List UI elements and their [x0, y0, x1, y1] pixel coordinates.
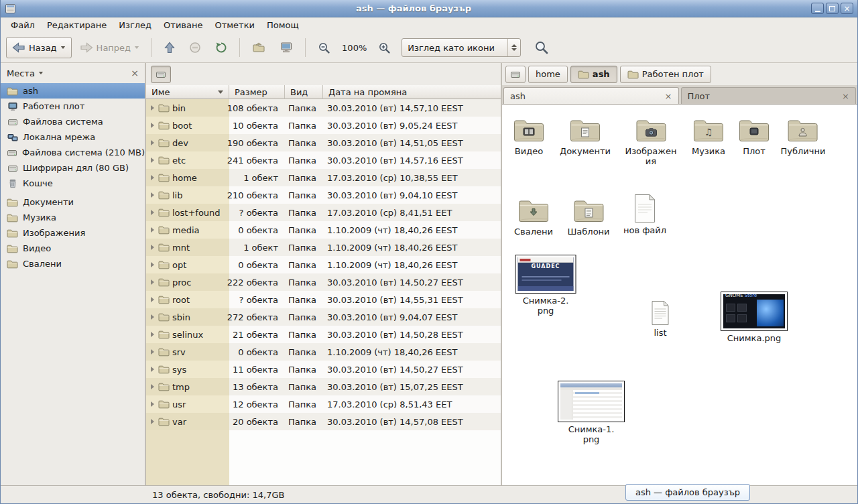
sidebar-item[interactable]: Шифриран дял (80 GB) [1, 160, 145, 176]
expander-icon[interactable] [151, 245, 154, 250]
icon-view-item[interactable]: list [650, 300, 670, 338]
tab-close-icon[interactable]: × [842, 92, 849, 101]
home-button[interactable] [246, 37, 271, 58]
root-location-button[interactable] [151, 66, 171, 83]
icon-view-item[interactable]: ♫Музика [692, 117, 725, 156]
back-button[interactable]: Назад [6, 37, 72, 58]
table-row[interactable]: sbin272 обектаПапка30.03.2010 (вт) 9,04,… [146, 308, 501, 326]
table-row[interactable]: var20 обектаПапка30.03.2010 (вт) 14,57,0… [146, 413, 501, 430]
tab-ash[interactable]: ash × [503, 87, 679, 104]
expander-icon[interactable] [151, 262, 154, 267]
icon-view-item[interactable]: Документи [560, 117, 611, 156]
expander-icon[interactable] [151, 419, 154, 424]
table-row[interactable]: root? обектаПапка30.03.2010 (вт) 14,55,3… [146, 291, 501, 308]
icon-view-item[interactable]: нов файл [623, 194, 666, 235]
table-row[interactable]: selinux21 обектаПапка30.03.2010 (вт) 14,… [146, 326, 501, 343]
icon-view-item[interactable]: Публични [781, 117, 826, 156]
expander-icon[interactable] [151, 367, 154, 372]
table-row[interactable]: lib210 обектаПапка30.03.2010 (вт) 9,04,1… [146, 186, 501, 204]
zoom-in-button[interactable] [372, 37, 397, 58]
zoom-out-button[interactable] [312, 37, 336, 58]
path-root-button[interactable] [505, 66, 526, 83]
table-row[interactable]: media0 обектаПапка1.10.2009 (чт) 18,40,2… [146, 221, 501, 239]
view-mode-select[interactable]: Изглед като икони [402, 38, 521, 57]
menu-edit[interactable]: Редактиране [41, 18, 113, 32]
minimize-button[interactable] [811, 3, 824, 14]
icon-view-item[interactable]: Плот [738, 117, 770, 156]
expander-icon[interactable] [151, 175, 154, 180]
maximize-button[interactable] [826, 3, 839, 14]
table-row[interactable]: srv0 обектаПапка1.10.2009 (чт) 18,40,26 … [146, 343, 501, 361]
column-header-date[interactable]: Дата на промяна [323, 85, 501, 99]
column-header-type[interactable]: Вид [285, 85, 323, 99]
sidebar-item[interactable]: ash [1, 83, 145, 99]
column-header-name[interactable]: Име [146, 85, 229, 99]
icon-view-item[interactable]: Свалени [514, 198, 553, 237]
table-row[interactable]: boot10 обектаПапка30.03.2010 (вт) 9,05,2… [146, 117, 501, 134]
table-row[interactable]: sys11 обектаПапка30.03.2010 (вт) 14,50,2… [146, 361, 501, 378]
table-row[interactable]: dev190 обектаПапка30.03.2010 (вт) 14,51,… [146, 134, 501, 151]
menu-bookmarks[interactable]: Отметки [208, 18, 260, 32]
sidebar-item[interactable]: Работен плот [1, 99, 145, 114]
expander-icon[interactable] [151, 314, 154, 320]
table-row[interactable]: home1 обектПапка17.03.2010 (ср) 10,38,55… [146, 169, 501, 186]
close-button[interactable]: × [841, 3, 853, 14]
icon-view-item[interactable]: Изображен ия [625, 117, 676, 166]
expander-icon[interactable] [151, 279, 154, 285]
table-row[interactable]: bin108 обектаПапка30.03.2010 (вт) 14,57,… [146, 99, 501, 117]
sidebar-item[interactable]: Изображения [1, 225, 145, 241]
sidebar-item[interactable]: Файлова система (210 MB) [1, 145, 145, 160]
titlebar[interactable]: ash — файлов браузър × [1, 0, 857, 17]
sidebar-item[interactable]: Локална мрежа [1, 129, 145, 145]
path-segment-ash[interactable]: ash [570, 66, 617, 83]
up-button[interactable] [158, 37, 181, 58]
table-row[interactable]: opt0 обектаПапка1.10.2009 (чт) 18,40,26 … [146, 256, 501, 273]
sidebar-item[interactable]: Документи [1, 194, 145, 210]
forward-button[interactable]: Напред [74, 37, 145, 58]
menu-file[interactable]: Файл [5, 18, 41, 32]
reload-button[interactable] [209, 37, 233, 58]
table-row[interactable]: usr12 обектаПапка17.03.2010 (ср) 8,51,43… [146, 395, 501, 413]
sidebar-item[interactable]: Кошче [1, 176, 145, 191]
menu-help[interactable]: Помощ [261, 18, 305, 32]
sidebar-item[interactable]: Музика [1, 210, 145, 225]
sidebar-item[interactable]: Файлова система [1, 114, 145, 129]
sidebar-item[interactable]: Видео [1, 241, 145, 256]
search-button[interactable] [528, 37, 555, 58]
icon-view-item[interactable]: GNOME StoreСнимка.png [721, 292, 788, 343]
expander-icon[interactable] [151, 140, 154, 145]
expander-icon[interactable] [151, 192, 154, 198]
table-row[interactable]: lost+found? обектаПапка17.03.2010 (ср) 8… [146, 204, 501, 221]
column-header-size[interactable]: Размер [229, 85, 285, 99]
expander-icon[interactable] [151, 401, 154, 407]
icon-view-item[interactable]: Шаблони [567, 198, 609, 237]
expander-icon[interactable] [151, 349, 154, 355]
expander-icon[interactable] [151, 123, 154, 128]
expander-icon[interactable] [151, 227, 154, 233]
icon-view-item[interactable]: GUADECСнимка-2. png [515, 255, 576, 316]
taskbar-window-button[interactable]: ash — файлов браузър [625, 484, 750, 501]
expander-icon[interactable] [151, 158, 154, 163]
path-segment-desktop[interactable]: Работен плот [620, 66, 711, 83]
expander-icon[interactable] [151, 332, 154, 337]
tab-close-icon[interactable]: × [665, 92, 672, 101]
table-row[interactable]: etc241 обектаПапка30.03.2010 (вт) 14,57,… [146, 151, 501, 169]
stop-button[interactable] [183, 37, 207, 58]
icon-view-item[interactable]: Видео [513, 117, 545, 156]
computer-button[interactable] [273, 37, 299, 58]
path-segment-home[interactable]: home [528, 66, 568, 83]
sidebar-close-icon[interactable]: × [131, 68, 139, 78]
table-row[interactable]: mnt1 обектПапка1.10.2009 (чт) 18,40,26 E… [146, 239, 501, 256]
table-row[interactable]: proc222 обектаПапка30.03.2010 (вт) 14,50… [146, 273, 501, 291]
sidebar-item[interactable]: Свалени [1, 256, 145, 271]
expander-icon[interactable] [151, 210, 154, 215]
expander-icon[interactable] [151, 384, 154, 389]
table-row[interactable]: tmp13 обектаПапка30.03.2010 (вт) 15,07,2… [146, 378, 501, 395]
icon-view-item[interactable]: Снимка-1. png [558, 381, 625, 444]
expander-icon[interactable] [151, 297, 154, 302]
expander-icon[interactable] [151, 105, 154, 111]
tab-desktop[interactable]: Плот × [681, 87, 857, 104]
menu-go[interactable]: Отиване [158, 18, 208, 32]
chevron-down-icon[interactable] [38, 71, 44, 75]
icon-view[interactable]: ВидеоДокументиИзображен ия♫МузикаПлотПуб… [502, 105, 857, 485]
